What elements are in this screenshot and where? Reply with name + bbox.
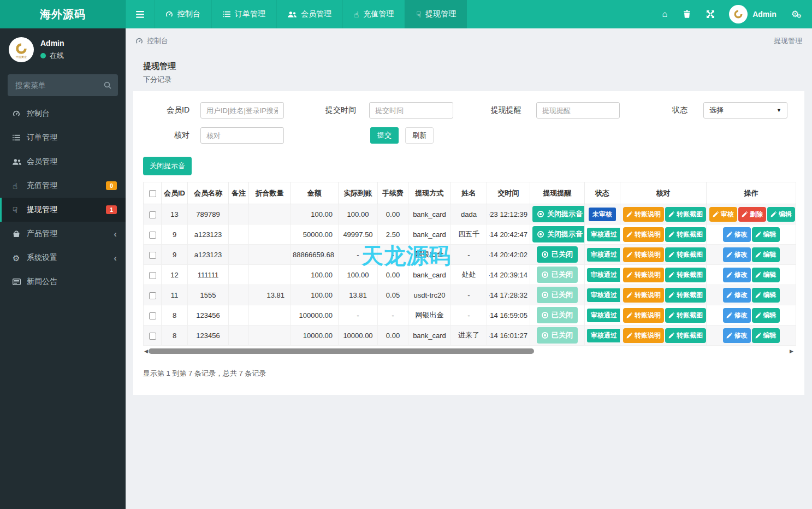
submit-button[interactable]: 提交 [370, 127, 399, 144]
check-action-1-button[interactable]: 转账说明 [623, 247, 664, 262]
mute-sound-button[interactable]: 关闭提示音 [143, 157, 192, 175]
edit-button[interactable]: 编辑 [752, 227, 780, 242]
pencil-icon [626, 232, 632, 238]
time-cell: -14 17:28:32 [487, 285, 530, 305]
row-checkbox[interactable] [149, 252, 156, 259]
check-action-2-button[interactable]: 转账截图 [665, 247, 706, 262]
pencil-icon [668, 211, 674, 217]
sidebar-item-2[interactable]: 订单管理 [0, 126, 126, 150]
remind-input[interactable] [536, 102, 620, 119]
row-checkbox[interactable] [149, 333, 156, 340]
check-action-1-button[interactable]: 转账说明 [623, 207, 664, 222]
audit-button[interactable]: 审核 [709, 207, 737, 222]
remind-button[interactable]: 已关闭 [537, 287, 578, 303]
nav-item-2[interactable]: 订单管理 [211, 0, 276, 28]
payee-cell: 处处 [451, 265, 487, 285]
row-checkbox[interactable] [149, 232, 156, 239]
breadcrumb-dashboard-link[interactable]: 控制台 [135, 36, 168, 46]
actual-cell: 13.81 [339, 285, 378, 305]
fullscreen-button[interactable] [698, 0, 722, 28]
scroll-left-arrow[interactable]: ◀ [144, 348, 148, 355]
modify-button[interactable]: 修改 [723, 227, 751, 242]
check-action-1-button[interactable]: 转账说明 [623, 288, 664, 303]
select-all-checkbox[interactable] [149, 190, 156, 197]
check-action-1-button[interactable]: 转账说明 [623, 328, 664, 343]
trash-button[interactable] [675, 0, 698, 28]
online-dot-icon [40, 53, 46, 58]
modify-button[interactable]: 修改 [723, 268, 751, 282]
modify-button[interactable]: 修改 [723, 288, 751, 303]
settings-button[interactable]: ⚙⚙ [783, 0, 812, 28]
hand-down-icon: ☟ [416, 10, 421, 19]
check-action-2-button[interactable]: 转账截图 [665, 268, 706, 282]
pencil-icon [668, 333, 674, 339]
nav-item-4[interactable]: ☝充值管理 [342, 0, 405, 28]
gold-logo-icon [733, 9, 744, 20]
scroll-right-arrow[interactable]: ▶ [790, 348, 793, 355]
remind-button[interactable]: 关闭提示音 [532, 206, 585, 222]
check-action-1-button[interactable]: 转账说明 [623, 308, 664, 323]
row-checkbox[interactable] [149, 292, 156, 299]
admin-menu[interactable]: Admin [722, 5, 783, 23]
check-action-2-button[interactable]: 转账截图 [665, 308, 706, 323]
remind-button[interactable]: 关闭提示音 [532, 226, 585, 242]
amount-cell: 100.00 [291, 265, 339, 285]
search-icon[interactable] [104, 81, 111, 89]
sidebar-item-4[interactable]: ☝充值管理0 [0, 174, 126, 198]
check-action-1-button[interactable]: 转账说明 [623, 227, 664, 242]
pencil-icon [755, 272, 761, 278]
sidebar-item-6[interactable]: 产品管理‹ [0, 222, 126, 246]
row-checkbox[interactable] [149, 272, 156, 279]
dot-circle-icon [542, 292, 548, 298]
refresh-button[interactable]: 刷新 [405, 127, 434, 144]
edit-button[interactable]: 编辑 [767, 207, 795, 222]
col-header-4: 折合数量 [249, 182, 291, 204]
row-checkbox[interactable] [149, 312, 156, 319]
submit-time-input[interactable] [369, 102, 453, 119]
status-select[interactable]: 选择 ▼ [703, 102, 787, 119]
check-action-2-button[interactable]: 转账截图 [665, 288, 706, 303]
remind-button[interactable]: 已关闭 [537, 327, 578, 344]
check-action-2-button[interactable]: 转账截图 [665, 207, 706, 222]
brand-logo[interactable]: 海外源码 [0, 0, 126, 28]
home-icon: ⌂ [662, 10, 667, 19]
scrollbar-thumb[interactable] [149, 348, 534, 354]
remind-button[interactable]: 已关闭 [537, 246, 578, 263]
sidebar-item-5[interactable]: ☟提现管理1 [0, 198, 126, 222]
edit-button[interactable]: 编辑 [752, 247, 780, 262]
modify-button[interactable]: 修改 [723, 328, 751, 343]
row-checkbox[interactable] [149, 211, 156, 218]
filter-remind: 提现提醒 [475, 102, 620, 119]
menu-search-input[interactable] [14, 80, 104, 90]
remind-button[interactable]: 已关闭 [537, 267, 578, 283]
table-row-5: 11155513.81100.0013.810.05usdt-trc20--14… [144, 285, 796, 305]
home-button[interactable]: ⌂ [654, 0, 675, 28]
member-id-input[interactable] [200, 102, 284, 119]
nav-item-1[interactable]: 控制台 [154, 0, 211, 28]
status-cell: 审核通过 [585, 325, 620, 346]
sidebar-item-1[interactable]: 控制台 [0, 102, 126, 126]
check-action-2-button[interactable]: 转账截图 [665, 227, 706, 242]
edit-button[interactable]: 编辑 [752, 308, 780, 323]
modify-button[interactable]: 修改 [723, 247, 751, 262]
nav-item-3[interactable]: 会员管理 [276, 0, 342, 28]
amount-cell: 88866659.68 [291, 245, 339, 265]
fee-cell: 0.00 [378, 265, 408, 285]
nav-item-5[interactable]: ☟提现管理 [405, 0, 467, 28]
check-action-2-button[interactable]: 转账截图 [665, 328, 706, 343]
sidebar-item-3[interactable]: 会员管理 [0, 150, 126, 174]
edit-button[interactable]: 编辑 [752, 288, 780, 303]
status-select-value: 选择 [709, 105, 724, 115]
delete-button[interactable]: 删除 [738, 207, 766, 222]
sidebar-toggle-button[interactable] [126, 0, 154, 28]
edit-button[interactable]: 编辑 [752, 268, 780, 282]
check-cell: 转账说明转账截图 [620, 204, 707, 224]
remind-button[interactable]: 已关闭 [537, 307, 578, 323]
edit-button[interactable]: 编辑 [752, 328, 780, 343]
qty-cell [249, 305, 291, 325]
sidebar-item-8[interactable]: 新闻公告 [0, 270, 126, 294]
modify-button[interactable]: 修改 [723, 308, 751, 323]
check-input[interactable] [200, 127, 284, 144]
check-action-1-button[interactable]: 转账说明 [623, 268, 664, 282]
sidebar-item-7[interactable]: ⚙系统设置‹ [0, 246, 126, 270]
